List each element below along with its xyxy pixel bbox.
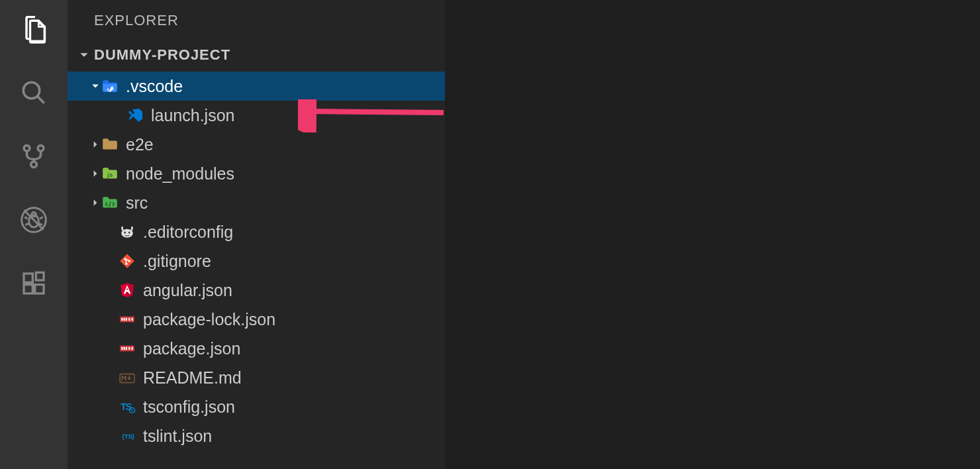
tree-file-tsconfig[interactable]: T S tsconfig.json xyxy=(68,392,445,421)
sidebar-title: EXPLORER xyxy=(68,0,445,38)
svg-rect-36 xyxy=(128,347,130,350)
svg-rect-27 xyxy=(121,318,122,321)
vscode-file-icon xyxy=(126,106,144,125)
file-tree: .vscode launch.json xyxy=(68,72,445,469)
npm-icon xyxy=(118,339,136,358)
explorer-icon[interactable] xyxy=(17,12,51,46)
svg-line-12 xyxy=(38,224,42,225)
svg-line-25 xyxy=(126,260,126,264)
editor-area xyxy=(445,0,980,469)
svg-point-42 xyxy=(132,409,133,411)
svg-point-4 xyxy=(31,162,37,168)
tree-file-angular-json[interactable]: angular.json xyxy=(68,276,445,305)
tree-file-readme[interactable]: README.md xyxy=(68,363,445,392)
tree-file-launch-json[interactable]: launch.json xyxy=(68,101,445,130)
git-icon xyxy=(118,252,136,270)
tree-item-label: launch.json xyxy=(151,106,234,125)
svg-line-10 xyxy=(40,217,43,219)
tree-file-package-lock[interactable]: package-lock.json xyxy=(68,305,445,334)
svg-rect-13 xyxy=(24,274,32,282)
tree-item-label: package-lock.json xyxy=(143,310,275,329)
tslint-icon: { TS } xyxy=(118,427,136,445)
svg-point-19 xyxy=(124,231,126,233)
tree-folder-src[interactable]: src xyxy=(68,188,445,217)
svg-line-9 xyxy=(24,217,28,219)
tree-item-label: tslint.json xyxy=(143,427,212,446)
angular-icon xyxy=(118,281,136,299)
svg-rect-14 xyxy=(24,285,32,293)
svg-text:S: S xyxy=(126,401,132,412)
svg-text:js: js xyxy=(107,171,113,178)
npm-icon xyxy=(118,310,136,329)
src-folder-icon xyxy=(101,193,119,212)
node-folder-icon: js xyxy=(101,164,119,183)
tree-item-label: angular.json xyxy=(143,281,232,300)
tree-file-gitignore[interactable]: .gitignore xyxy=(68,246,445,276)
chevron-right-icon xyxy=(90,170,101,178)
svg-rect-29 xyxy=(126,318,127,321)
tsconfig-icon: T S xyxy=(118,397,136,416)
tree-file-package-json[interactable]: package.json xyxy=(68,334,445,363)
tree-item-label: .gitignore xyxy=(143,252,211,271)
editorconfig-icon xyxy=(118,223,136,241)
svg-rect-33 xyxy=(121,347,122,350)
source-control-icon[interactable] xyxy=(17,139,51,174)
svg-point-3 xyxy=(38,145,44,151)
chevron-right-icon xyxy=(90,140,101,148)
tree-item-label: README.md xyxy=(143,368,242,388)
tree-file-editorconfig[interactable]: .editorconfig xyxy=(68,217,445,246)
svg-line-11 xyxy=(25,224,29,225)
tree-file-tslint[interactable]: { TS } tslint.json xyxy=(68,421,445,450)
tree-folder-e2e[interactable]: e2e xyxy=(68,130,445,159)
tree-item-label: e2e xyxy=(126,135,154,154)
project-name: DUMMY-PROJECT xyxy=(94,46,230,64)
tree-item-label: node_modules xyxy=(126,164,234,183)
explorer-sidebar: EXPLORER DUMMY-PROJECT .vscode xyxy=(68,0,445,469)
debug-icon[interactable] xyxy=(17,203,51,237)
chevron-right-icon xyxy=(90,199,101,207)
project-header[interactable]: DUMMY-PROJECT xyxy=(68,38,445,72)
search-icon[interactable] xyxy=(17,76,51,110)
svg-rect-30 xyxy=(128,318,130,321)
chevron-down-icon xyxy=(79,46,89,64)
tree-folder-node-modules[interactable]: js node_modules xyxy=(68,159,445,188)
svg-rect-37 xyxy=(132,347,133,350)
svg-rect-15 xyxy=(35,285,44,293)
tree-item-label: .vscode xyxy=(126,77,183,96)
tree-item-label: package.json xyxy=(143,339,240,358)
tree-item-label: tsconfig.json xyxy=(143,397,235,417)
markdown-icon xyxy=(118,368,136,387)
svg-point-20 xyxy=(128,231,130,233)
folder-icon xyxy=(101,135,119,154)
extensions-icon[interactable] xyxy=(17,266,51,301)
vscode-folder-icon xyxy=(101,77,119,95)
svg-point-0 xyxy=(23,82,40,99)
svg-rect-28 xyxy=(124,318,125,321)
svg-rect-16 xyxy=(36,272,44,280)
svg-point-18 xyxy=(121,229,132,238)
tree-item-label: src xyxy=(126,193,148,213)
chevron-down-icon xyxy=(90,82,101,90)
svg-line-1 xyxy=(37,96,44,103)
svg-rect-35 xyxy=(126,347,127,350)
tree-item-label: .editorconfig xyxy=(143,223,233,242)
svg-text:}: } xyxy=(132,433,135,440)
tree-folder-vscode[interactable]: .vscode xyxy=(68,72,445,101)
activity-bar xyxy=(0,0,68,469)
svg-rect-34 xyxy=(124,347,125,350)
svg-rect-31 xyxy=(132,318,133,321)
svg-point-2 xyxy=(24,145,30,151)
